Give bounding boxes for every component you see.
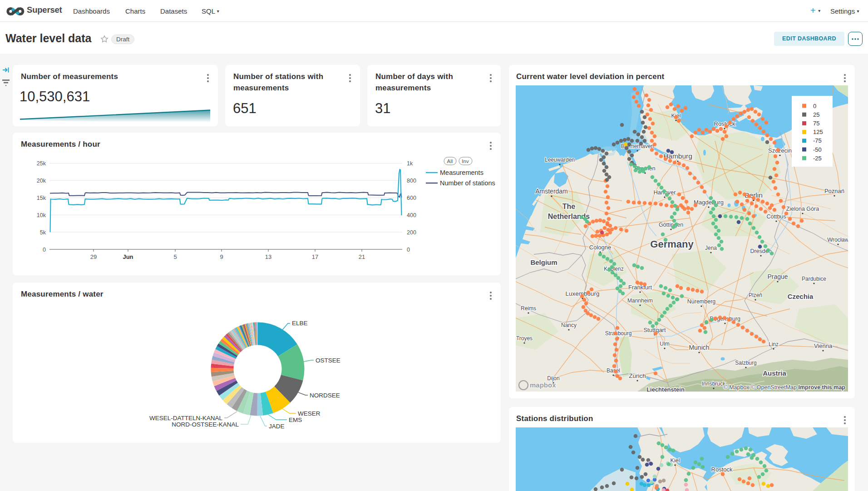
svg-text:Liechtenstein: Liechtenstein [646,386,685,392]
svg-text:Göttingen: Göttingen [659,222,683,228]
svg-text:Wrocław: Wrocław [827,237,848,243]
svg-text:5: 5 [173,253,177,260]
svg-text:Measurements: Measurements [440,169,483,176]
svg-text:Vienna: Vienna [814,342,833,349]
svg-text:-25: -25 [813,155,822,162]
svg-text:0: 0 [813,103,816,109]
svg-text:WESER: WESER [298,410,321,417]
svg-text:WESEL-DATTELN-KANAL: WESEL-DATTELN-KANAL [149,415,223,422]
svg-text:20k: 20k [37,178,46,184]
svg-text:200: 200 [407,229,416,236]
svg-text:25k: 25k [37,160,46,167]
svg-text:EMS: EMS [289,417,302,423]
svg-text:JADE: JADE [269,423,285,430]
svg-text:OSTSEE: OSTSEE [316,357,340,364]
svg-text:75: 75 [813,120,819,127]
svg-text:Inv: Inv [462,159,469,164]
svg-text:Number of stations: Number of stations [440,179,495,187]
svg-text:Zurich: Zurich [629,372,646,379]
svg-text:5k: 5k [40,229,46,236]
svg-text:0: 0 [43,247,46,253]
svg-text:Linz: Linz [769,341,779,347]
svg-text:9: 9 [220,253,223,260]
svg-text:21: 21 [359,253,365,260]
svg-text:Zielona Góra: Zielona Góra [786,206,819,212]
svg-text:ELBE: ELBE [292,320,308,327]
svg-text:Amsterdam: Amsterdam [535,188,568,195]
svg-text:Mannheim: Mannheim [627,298,653,304]
svg-text:mapbox: mapbox [530,381,556,389]
svg-text:Cottbus: Cottbus [766,213,786,220]
svg-text:All: All [447,159,453,164]
svg-text:Strasbourg: Strasbourg [605,330,632,337]
svg-text:1k: 1k [407,160,413,167]
svg-text:800: 800 [407,178,416,184]
svg-text:Jena: Jena [705,245,717,251]
svg-text:29: 29 [90,253,97,260]
svg-text:125: 125 [813,129,823,135]
svg-text:Pardubice: Pardubice [802,276,826,282]
svg-text:The: The [562,203,576,210]
svg-text:Austria: Austria [763,369,786,377]
svg-text:25: 25 [813,111,819,118]
svg-text:Nancy: Nancy [561,322,577,328]
svg-text:10k: 10k [37,212,46,218]
svg-text:-50: -50 [813,146,822,153]
svg-text:Troyes: Troyes [516,335,533,342]
svg-text:600: 600 [407,195,416,201]
svg-text:© Mapbox © OpenStreetMap Impro: © Mapbox © OpenStreetMap Improve this ma… [723,384,845,391]
svg-text:Cologne: Cologne [589,244,611,251]
svg-text:Innsbruck: Innsbruck [702,381,726,387]
svg-text:Leeuwarden: Leeuwarden [545,157,575,163]
svg-text:Ulm: Ulm [660,341,669,347]
svg-text:Magdeburg: Magdeburg [694,199,724,206]
svg-text:0: 0 [407,247,410,253]
svg-text:Prague: Prague [767,273,788,280]
svg-text:17: 17 [312,253,318,260]
svg-text:Plzeň: Plzeň [749,292,762,298]
svg-text:Nuremberg: Nuremberg [687,298,716,305]
svg-text:Czechia: Czechia [788,293,814,300]
svg-text:Reims: Reims [521,305,536,312]
svg-text:NORDSEE: NORDSEE [310,392,340,399]
svg-text:Poznań: Poznań [824,188,844,194]
svg-text:13: 13 [265,253,271,260]
svg-text:-75: -75 [813,137,822,144]
svg-text:Rostock: Rostock [711,466,733,473]
svg-text:Salzburg: Salzburg [735,360,756,366]
svg-text:Jun: Jun [123,253,133,260]
svg-text:Basel: Basel [607,367,620,374]
svg-text:Hamburg: Hamburg [663,152,692,160]
svg-text:Munich: Munich [689,344,709,351]
svg-text:Dijon: Dijon [547,375,559,382]
svg-text:Belgium: Belgium [530,258,557,266]
svg-text:NORD-OSTSEE-KANAL: NORD-OSTSEE-KANAL [172,421,239,428]
svg-text:400: 400 [407,212,416,218]
svg-text:Kiel: Kiel [671,457,680,464]
svg-text:15k: 15k [37,195,46,201]
svg-text:Germany: Germany [650,238,694,250]
